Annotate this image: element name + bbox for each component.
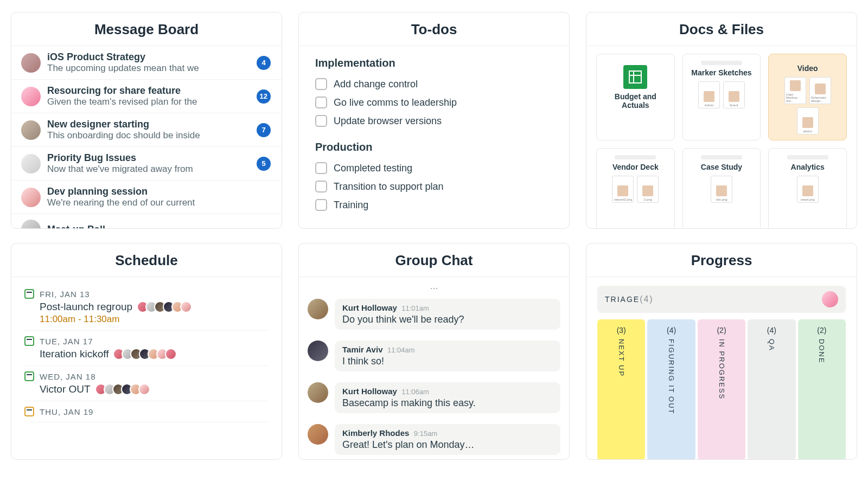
todo-label: Update browser versions: [334, 115, 442, 127]
doc-thumb: 2.png: [637, 176, 659, 203]
doc-thumb: Event: [723, 81, 745, 108]
schedule-event-title: Iteration kickoff: [24, 348, 269, 360]
column-count: (2): [817, 326, 826, 335]
avatar: [165, 348, 177, 360]
message-item[interactable]: Meet-up Poll: [11, 214, 282, 229]
schedule-event-title: Victor OUT: [24, 383, 269, 395]
todos-card[interactable]: To-dos Implementation Add change control…: [298, 12, 570, 229]
avatar: [21, 188, 41, 207]
todo-item[interactable]: Go live comms to leadership: [315, 93, 553, 112]
folder-tab-icon: [615, 155, 656, 159]
checkbox[interactable]: [315, 181, 327, 192]
progress-columns: (3) NEXT UP(4) FIGURING IT OUT(2) IN PRO…: [597, 319, 846, 460]
column-count: (4): [667, 326, 676, 335]
schedule-date: WED, JAN 18: [40, 372, 96, 381]
avatar: [308, 382, 328, 403]
checkbox[interactable]: [315, 97, 327, 108]
progress-column[interactable]: (4) QA: [748, 319, 795, 460]
schedule-card[interactable]: Schedule FRI, JAN 13 Post-launch regroup…: [11, 243, 282, 460]
chat-message[interactable]: Kurt Holloway 11:01am Do you think we'll…: [308, 293, 560, 335]
message-body: Priority Bug Issues Now that we've migra…: [47, 152, 250, 175]
progress-card[interactable]: Progress TRIAGE(4) (3) NEXT UP(4) FIGURI…: [586, 243, 857, 460]
doc-tile[interactable]: Video Logo Mockup - ora...Schematic desi…: [768, 54, 847, 140]
checkbox[interactable]: [315, 115, 327, 127]
message-item[interactable]: iOS Product Strategy The upcoming update…: [11, 46, 282, 80]
column-label: NEXT UP: [617, 339, 626, 377]
todo-item[interactable]: Update browser versions: [315, 112, 553, 130]
checkbox[interactable]: [315, 162, 327, 174]
unread-badge: 7: [257, 123, 271, 137]
doc-name: Case Study: [701, 163, 742, 171]
doc-tile[interactable]: Analytics casel.png: [768, 148, 847, 229]
message-body: New designer starting This onboarding do…: [47, 119, 250, 141]
chat-bubble: Kimberly Rhodes 9:15am Great! Let's plan…: [335, 424, 560, 455]
chat-bubble: Kurt Holloway 11:01am Do you think we'll…: [335, 299, 560, 330]
chat-message[interactable]: Kimberly Rhodes 9:15am Great! Let's plan…: [308, 419, 560, 460]
progress-column[interactable]: (3) NEXT UP: [597, 319, 645, 460]
folder-tab-icon: [701, 61, 742, 65]
doc-thumb: Logo Mockup - ora...: [784, 77, 806, 104]
attendee-avatars: [113, 348, 177, 360]
doc-thumb: desics: [797, 107, 819, 134]
calendar-icon: [24, 336, 34, 346]
message-item[interactable]: Dev planning session We're nearing the e…: [11, 181, 282, 214]
chat-title: Group Chat: [299, 243, 569, 277]
attendee-avatars: [137, 301, 192, 313]
schedule-event[interactable]: THU, JAN 19: [24, 401, 269, 422]
todo-item[interactable]: Transition to support plan: [315, 177, 553, 196]
progress-column[interactable]: (2) DONE: [798, 319, 846, 460]
chat-author: Kurt Holloway: [342, 303, 397, 312]
message-list: iOS Product Strategy The upcoming update…: [11, 46, 282, 229]
column-count: (3): [617, 326, 626, 335]
chat-ellipsis-icon: …: [308, 281, 560, 293]
message-title: Dev planning session: [47, 186, 271, 197]
column-count: (2): [717, 326, 726, 335]
chat-time: 11:06am: [401, 388, 429, 396]
chat-message[interactable]: Tamir Aviv 11:04am I think so!: [308, 335, 560, 377]
avatar: [308, 299, 328, 319]
message-board-card[interactable]: Message Board iOS Product Strategy The u…: [11, 12, 282, 229]
doc-tile[interactable]: Case Study vbs.png: [682, 148, 761, 229]
todo-label: Training: [334, 200, 368, 211]
message-body: Meet-up Poll: [47, 224, 271, 229]
checkbox[interactable]: [315, 78, 327, 90]
calendar-icon: [24, 289, 34, 299]
chat-author: Tamir Aviv: [342, 345, 382, 354]
message-item[interactable]: Resourcing for share feature Given the t…: [11, 80, 282, 113]
unread-badge: 5: [257, 157, 271, 171]
schedule-event[interactable]: WED, JAN 18 Victor OUT: [24, 366, 269, 401]
progress-column[interactable]: (2) IN PROGRESS: [698, 319, 745, 460]
message-item[interactable]: New designer starting This onboarding do…: [11, 113, 282, 147]
todo-label: Go live comms to leadership: [334, 97, 457, 108]
doc-thumbs: vbs.png: [711, 176, 732, 203]
schedule-date-row: TUE, JAN 17: [24, 336, 269, 346]
doc-thumb: casel.png: [797, 176, 819, 203]
avatar: [180, 301, 192, 313]
doc-tile[interactable]: Vendor Deck naturel2.png2.png: [596, 148, 675, 229]
chat-card[interactable]: Group Chat … Kurt Holloway 11:01am Do yo…: [298, 243, 570, 460]
column-label: DONE: [818, 339, 826, 364]
triage-row[interactable]: TRIAGE(4): [597, 286, 846, 313]
doc-name: Vendor Deck: [612, 163, 659, 171]
column-count: (4): [767, 326, 776, 335]
schedule-event[interactable]: TUE, JAN 17 Iteration kickoff: [24, 331, 269, 366]
progress-column[interactable]: (4) FIGURING IT OUT: [647, 319, 695, 460]
todo-item[interactable]: Completed testing: [315, 159, 553, 177]
checkbox[interactable]: [315, 199, 327, 211]
schedule-event[interactable]: FRI, JAN 13 Post-launch regroup 11:00am …: [24, 284, 269, 331]
message-title: Priority Bug Issues: [47, 152, 250, 164]
message-item[interactable]: Priority Bug Issues Now that we've migra…: [11, 147, 282, 181]
doc-tile[interactable]: Marker Sketches AdminEvent: [682, 54, 761, 140]
todo-label: Add change control: [334, 79, 418, 90]
todo-item[interactable]: Training: [315, 196, 553, 214]
message-body: Resourcing for share feature Given the t…: [47, 85, 250, 107]
docs-card[interactable]: Docs & Files Budget and Actuals Marker S…: [586, 12, 857, 229]
doc-thumb: naturel2.png: [612, 176, 634, 203]
message-title: Meet-up Poll: [47, 224, 271, 229]
progress-title: Progress: [586, 243, 857, 277]
doc-tile[interactable]: Budget and Actuals: [596, 54, 675, 140]
chat-message[interactable]: Kurt Holloway 11:06am Basecamp is making…: [308, 377, 560, 419]
todo-item[interactable]: Add change control: [315, 75, 553, 93]
avatar: [21, 120, 41, 140]
avatar: [21, 154, 41, 174]
